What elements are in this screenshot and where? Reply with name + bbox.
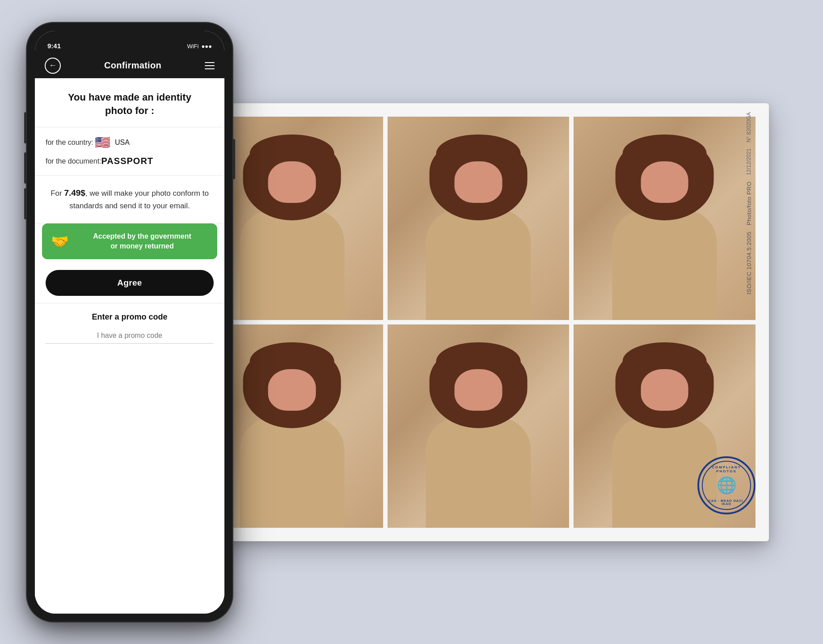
guarantee-text: Accepted by the government or money retu… xyxy=(76,232,208,252)
wifi-icon: WiFi xyxy=(187,43,198,50)
person-head-2 xyxy=(444,147,512,217)
compliance-stamp: COMPLIANT PHOTOS 🌐 ICAO · MKAO OACI · IK… xyxy=(697,456,755,514)
person-head-5 xyxy=(444,355,512,425)
person-face-2 xyxy=(455,161,502,203)
status-time: 9:41 xyxy=(47,42,61,50)
document-label: for the document: xyxy=(46,157,101,165)
guarantee-banner: 🤝 Accepted by the government or money re… xyxy=(42,223,217,260)
photo-cell-5 xyxy=(388,324,570,528)
sheet-date: 12/12/2021 xyxy=(746,148,752,175)
pricing-section: For 7.49$, we will make your photo confo… xyxy=(35,176,224,223)
battery-icon: ●●● xyxy=(201,43,212,50)
pricing-text: For 7.49$, we will make your photo confo… xyxy=(46,186,214,212)
promo-input[interactable] xyxy=(46,328,214,344)
document-row: for the document: PASSPORT xyxy=(46,156,214,166)
agree-button[interactable]: Agree xyxy=(46,270,214,296)
back-button[interactable]: ← xyxy=(45,58,61,74)
flag-icon: 🇺🇸 xyxy=(95,136,110,149)
nav-title: Confirmation xyxy=(104,60,161,71)
person-head-3 xyxy=(631,147,699,217)
person-face-6 xyxy=(641,369,688,411)
photo-5 xyxy=(388,324,570,528)
phone-mockup: 9:41 WiFi ●●● ← Confirmation You ha xyxy=(27,23,232,622)
menu-button[interactable] xyxy=(205,62,215,69)
promo-label: Enter a promo code xyxy=(46,312,214,322)
person-figure-2 xyxy=(413,137,544,320)
stamp-arc-bottom: ICAO · MKAO OACI · IKAO xyxy=(703,499,750,505)
sheet-brand: Photo/foto PRO xyxy=(746,181,752,225)
menu-line-1 xyxy=(205,62,215,63)
person-head-6 xyxy=(631,355,699,425)
country-name: USA xyxy=(115,139,130,147)
person-figure-1 xyxy=(227,137,358,320)
photo-sheet: N° 82020GA 12/12/2021 Photo/foto PRO ISO… xyxy=(188,103,769,541)
person-figure-3 xyxy=(599,137,730,320)
back-arrow-icon: ← xyxy=(49,61,57,70)
person-face-5 xyxy=(455,369,502,411)
person-body-1 xyxy=(240,210,344,320)
document-value: PASSPORT xyxy=(101,156,154,166)
phone-screen: 9:41 WiFi ●●● ← Confirmation You ha xyxy=(35,31,224,614)
person-face-4 xyxy=(268,369,316,411)
person-head-4 xyxy=(258,355,326,425)
person-figure-4 xyxy=(227,345,358,528)
photo-3 xyxy=(574,117,755,320)
sheet-number: N° 82020GA xyxy=(746,112,752,143)
sheet-iso: ISO/IEC 10704.5:2005 xyxy=(746,232,752,295)
country-value: 🇺🇸 USA xyxy=(95,136,130,149)
person-head-1 xyxy=(258,147,326,217)
photo-2 xyxy=(388,117,570,320)
person-body-2 xyxy=(426,210,531,320)
photo-cell-2 xyxy=(388,117,570,320)
screen-content: You have made an identity photo for : fo… xyxy=(35,78,224,614)
promo-section: Enter a promo code xyxy=(35,303,224,357)
phone-notch xyxy=(94,23,165,38)
photo-cell-3 xyxy=(574,117,755,320)
person-body-3 xyxy=(612,210,717,320)
menu-line-3 xyxy=(205,68,215,69)
agree-section: Agree xyxy=(35,259,224,303)
details-section: for the country: 🇺🇸 USA for the document… xyxy=(35,127,224,176)
person-figure-5 xyxy=(413,345,544,528)
person-face-1 xyxy=(268,161,316,203)
nav-bar: ← Confirmation xyxy=(35,53,224,78)
person-body-5 xyxy=(426,418,531,527)
menu-line-2 xyxy=(205,65,215,66)
handshake-icon: 🤝 xyxy=(51,233,69,250)
header-title: You have made an identity photo for : xyxy=(46,91,214,118)
status-icons: WiFi ●●● xyxy=(187,43,212,50)
price-value: 7.49$ xyxy=(64,188,85,198)
country-label: for the country: xyxy=(46,139,95,147)
stamp-inner: COMPLIANT PHOTOS 🌐 ICAO · MKAO OACI · IK… xyxy=(702,461,751,510)
stamp-arc-top: COMPLIANT PHOTOS xyxy=(703,465,750,473)
header-section: You have made an identity photo for : xyxy=(35,78,224,128)
person-face-3 xyxy=(641,161,688,203)
country-row: for the country: 🇺🇸 USA xyxy=(46,136,214,149)
globe-icon: 🌐 xyxy=(717,476,737,495)
person-body-4 xyxy=(240,418,344,527)
